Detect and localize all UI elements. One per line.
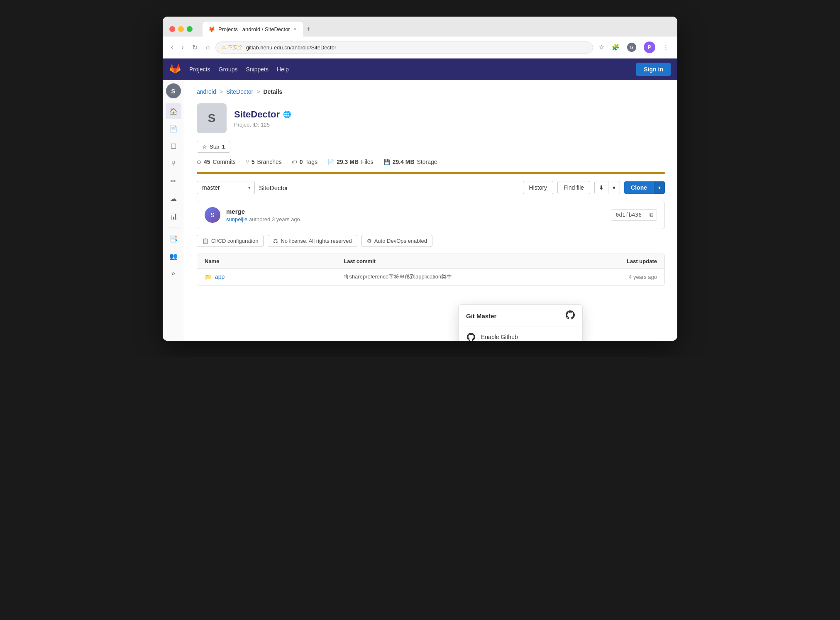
close-button[interactable]: [169, 26, 175, 32]
repo-toolbar: master ▾ SiteDector History Find file ⬇ …: [197, 181, 665, 194]
project-stats: ⊙ 45 Commits ⑂ 5 Branches 🏷 0 Tags: [197, 159, 665, 165]
dropdown-item-github[interactable]: Enable Github: [459, 327, 582, 341]
gitlab-navbar: Projects Groups Snippets Help Sign in: [163, 59, 677, 80]
dropdown-github-label: Enable Github: [481, 334, 518, 340]
traffic-lights[interactable]: [169, 26, 193, 32]
breadcrumb-current: Details: [263, 88, 282, 95]
repo-path: SiteDector: [259, 184, 519, 191]
home-button[interactable]: ⌂: [203, 42, 212, 53]
cicd-tag[interactable]: 📋 CI/CD configuration: [197, 235, 264, 247]
sidebar-icon-operations[interactable]: ☁: [166, 190, 181, 206]
sidebar-icon-wiki[interactable]: 📑: [166, 231, 181, 247]
devops-tag[interactable]: ⚙ Auto DevOps enabled: [361, 235, 432, 247]
copy-hash-button[interactable]: ⧉: [646, 209, 657, 221]
commit-author[interactable]: sunpeijie: [226, 216, 247, 222]
gitlab-app: Projects Groups Snippets Help Sign in S …: [163, 59, 677, 341]
download-button[interactable]: ⬇: [595, 181, 608, 194]
commit-message[interactable]: merge: [226, 208, 605, 215]
commits-value: 45: [204, 159, 210, 165]
profile-avatar: P: [644, 41, 655, 53]
breadcrumb-android[interactable]: android: [197, 88, 216, 95]
refresh-button[interactable]: ↻: [190, 42, 200, 53]
github-icon: [466, 332, 476, 341]
commits-icon: ⊙: [197, 159, 201, 165]
toolbar-actions: ☆ 🧩 G P ⋮: [596, 40, 672, 55]
url-text: gitlab.henu.edu.cn/android/SiteDector: [246, 44, 337, 51]
sidebar-icon-repository[interactable]: 📄: [166, 121, 181, 137]
nav-help[interactable]: Help: [277, 66, 289, 73]
main-layout: S 🏠 📄 ☐ ⑂ ✏ ☁ 📊 📑 👥 » android > Site: [163, 80, 677, 341]
browser-tab[interactable]: 🦊 Projects · android / SiteDector ✕: [203, 22, 303, 37]
file-name-app[interactable]: 📁 app: [205, 273, 344, 280]
clone-button[interactable]: Clone: [624, 181, 654, 194]
dropdown-title: Git Master: [466, 312, 496, 320]
sidebar-icon-mergerequests[interactable]: ⑂: [166, 156, 181, 171]
gitlab-logo-icon[interactable]: [169, 63, 181, 76]
nav-groups[interactable]: Groups: [219, 66, 238, 73]
commit-hash-group: 0d1fb436 ⧉: [611, 209, 657, 221]
files-label: Files: [361, 159, 374, 165]
stat-storage[interactable]: 💾 29.4 MB Storage: [383, 159, 437, 165]
info-tags: 📋 CI/CD configuration ⚖ No license. All …: [197, 235, 665, 247]
sidebar-icon-collapse[interactable]: »: [166, 266, 181, 281]
nav-snippets[interactable]: Snippets: [246, 66, 269, 73]
menu-button[interactable]: ⋮: [660, 40, 672, 55]
minimize-button[interactable]: [178, 26, 184, 32]
breadcrumb-sitedector[interactable]: SiteDector: [226, 88, 253, 95]
col-date: Last update: [552, 258, 657, 264]
commit-hash[interactable]: 0d1fb436: [611, 209, 646, 221]
stat-files[interactable]: 📄 29.3 MB Files: [327, 159, 373, 165]
bookmark-button[interactable]: ☆: [596, 40, 607, 55]
download-dropdown-button[interactable]: ▾: [608, 181, 620, 194]
nav-projects[interactable]: Projects: [189, 66, 210, 73]
history-button[interactable]: History: [523, 181, 554, 194]
files-value: 29.3 MB: [337, 159, 359, 165]
breadcrumb-sep-1: >: [220, 88, 223, 95]
find-file-button[interactable]: Find file: [557, 181, 590, 194]
storage-value: 29.4 MB: [393, 159, 415, 165]
branch-select-wrapper: master ▾: [197, 181, 255, 194]
branches-value: 5: [252, 159, 255, 165]
license-tag[interactable]: ⚖ No license. All rights reserved: [268, 235, 357, 247]
profile-button[interactable]: P: [641, 40, 658, 55]
back-button[interactable]: ‹: [168, 42, 176, 53]
breadcrumb-sep-2: >: [256, 88, 260, 95]
cicd-label: CI/CD configuration: [211, 238, 258, 244]
sidebar-icon-cicd[interactable]: ✏: [166, 173, 181, 189]
project-icon: S: [197, 103, 227, 133]
project-name: SiteDector: [234, 109, 280, 120]
forward-button[interactable]: ›: [179, 42, 186, 53]
sidebar-icon-issues[interactable]: ☐: [166, 138, 181, 154]
stat-commits[interactable]: ⊙ 45 Commits: [197, 159, 236, 165]
file-name-text: app: [215, 273, 225, 280]
tab-close-button[interactable]: ✕: [293, 27, 297, 32]
stat-branches[interactable]: ⑂ 5 Branches: [246, 159, 282, 165]
maximize-button[interactable]: [187, 26, 193, 32]
new-tab-button[interactable]: +: [303, 22, 314, 37]
star-button[interactable]: ☆ Star 1: [197, 141, 230, 153]
project-header: S SiteDector 🌐 Project ID: 125: [197, 103, 665, 133]
clone-btn-group: Clone ▾: [624, 181, 665, 194]
project-id: Project ID: 125: [234, 122, 291, 128]
devops-icon: ⚙: [367, 238, 372, 244]
branch-select[interactable]: master: [197, 181, 255, 194]
download-btn-group: ⬇ ▾: [594, 181, 620, 194]
extensions-button[interactable]: 🧩: [609, 40, 622, 55]
stat-tags[interactable]: 🏷 0 Tags: [292, 159, 317, 165]
main-content: android > SiteDector > Details S SiteDec…: [184, 80, 677, 341]
git-master-extension[interactable]: G: [625, 40, 639, 55]
tags-label: Tags: [305, 159, 318, 165]
file-date: 4 years ago: [552, 274, 657, 280]
branches-label: Branches: [257, 159, 282, 165]
sidebar-icon-members[interactable]: 👥: [166, 248, 181, 264]
sidebar-icon-analytics[interactable]: 📊: [166, 208, 181, 224]
sidebar-divider: [167, 227, 180, 227]
sidebar-icon-home[interactable]: 🏠: [166, 103, 181, 119]
license-icon: ⚖: [273, 238, 278, 244]
sign-in-button[interactable]: Sign in: [636, 63, 671, 76]
file-table: Name Last commit Last update 📁 app 将shar…: [197, 254, 665, 286]
clone-dropdown-button[interactable]: ▾: [654, 181, 665, 194]
tags-value: 0: [300, 159, 303, 165]
folder-icon: 📁: [205, 273, 212, 280]
address-bar[interactable]: ⚠ 不安全 gitlab.henu.edu.cn/android/SiteDec…: [215, 41, 593, 54]
